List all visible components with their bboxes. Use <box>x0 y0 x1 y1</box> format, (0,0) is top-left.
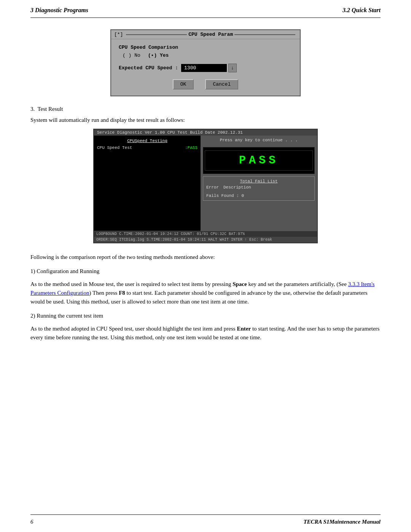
dialog-buttons: OK Cancel <box>119 79 292 89</box>
radio-row: ( ) No (•) Yes <box>123 53 292 58</box>
cpu-dialog-title: CPU Speed Param <box>188 32 233 37</box>
para-1: As to the method used in Mouse test, the… <box>30 280 381 307</box>
para2-prefix: As to the method adopted in CPU Speed te… <box>30 326 237 332</box>
fail-list-title: Total Fail List <box>206 179 311 184</box>
terminal-right-panel: Press any key to continue . . . PASS Tot… <box>201 136 317 231</box>
list-item-1: 1) Configuration and Running <box>30 267 381 276</box>
cpu-dialog-container: [*] CPU Speed Param CPU Speed Comparison… <box>30 29 381 96</box>
radio-no[interactable]: ( ) No <box>123 53 140 58</box>
fail-list-header: Error Description <box>206 185 311 190</box>
para1-bold-space: Space <box>233 281 247 287</box>
terminal: Service Diagnostic Ver 1.00 CPU Test Bui… <box>93 129 318 243</box>
footer-page-number: 6 <box>30 519 33 525</box>
title-bracket: [*] <box>114 32 123 37</box>
item-number: 3. <box>30 106 35 112</box>
press-any-key: Press any key to continue . . . <box>203 138 315 142</box>
para1-middle: key and set the parameters artificially,… <box>247 281 348 287</box>
cpu-dialog: [*] CPU Speed Param CPU Speed Comparison… <box>110 29 301 96</box>
fail-error-label: Error <box>206 185 219 190</box>
page-header: 3 Diagnostic Programs 3.2 Quick Start <box>30 0 381 18</box>
ok-button[interactable]: OK <box>173 79 194 89</box>
page-content: [*] CPU Speed Param CPU Speed Comparison… <box>30 29 381 370</box>
terminal-left-panel: CPUSpeed Testing CPU Speed Test :PASS <box>94 136 201 231</box>
item-label: Test Result <box>37 106 63 112</box>
page: 3 Diagnostic Programs 3.2 Quick Start [*… <box>0 0 411 532</box>
page-footer: 6 TECRA S1Maintenance Manual <box>30 514 381 532</box>
terminal-container: Service Diagnostic Ver 1.00 CPU Test Bui… <box>30 129 381 243</box>
cpu-speed-test-value: :PASS <box>185 145 198 150</box>
fails-found: Fails Found : 0 <box>206 193 311 198</box>
terminal-body: CPUSpeed Testing CPU Speed Test :PASS Pr… <box>94 136 317 231</box>
header-section: 3.2 Quick Start <box>342 7 381 14</box>
speed-label: Expected CPU Speed : <box>119 65 178 71</box>
list-item-2: 2) Running the current test item <box>30 312 381 320</box>
radio-yes[interactable]: (•) Yes <box>148 53 169 58</box>
fail-description-label: Description <box>223 185 251 190</box>
terminal-titlebar: Service Diagnostic Ver 1.00 CPU Test Bui… <box>94 129 317 136</box>
pass-text: PASS <box>205 150 313 171</box>
cancel-button[interactable]: Cancel <box>205 79 238 89</box>
terminal-footer2: ORDER:SEQ ITCDiag.log S.TIME:2002-01-04 … <box>94 237 317 243</box>
comparison-label: CPU Speed Comparison <box>119 45 292 50</box>
header-chapter: 3 Diagnostic Programs <box>30 7 88 14</box>
para1-suffix: ) Then press <box>89 290 119 296</box>
para2-bold-enter: Enter <box>237 326 251 332</box>
system-text: System will automatically run and displa… <box>30 117 381 123</box>
numbered-item-3: 3. Test Result <box>30 106 381 112</box>
following-para: Following is the comparison report of th… <box>30 253 381 262</box>
cpu-speed-test-label: CPU Speed Test <box>97 145 132 150</box>
fail-list-panel: Total Fail List Error Description Fails … <box>203 176 315 201</box>
cpu-dialog-titlebar: [*] CPU Speed Param <box>111 30 300 39</box>
speed-arrow[interactable]: ↓ <box>228 64 237 72</box>
cpu-dialog-body: CPU Speed Comparison ( ) No (•) Yes Expe… <box>111 39 300 96</box>
terminal-footer1: LOOPBOUND C.TIME:2002-01-04 19:24:12 COU… <box>94 231 317 237</box>
para1-prefix: As to the method used in Mouse test, the… <box>30 281 233 287</box>
pass-graphic: PASS <box>203 147 315 174</box>
speed-value[interactable]: 1300 <box>181 64 227 72</box>
para-2: As to the method adopted in CPU Speed te… <box>30 324 381 342</box>
cpuspeed-testing-title: CPUSpeed Testing <box>97 139 198 143</box>
footer-title: TECRA S1Maintenance Manual <box>303 519 381 525</box>
cpu-speed-test-row: CPU Speed Test :PASS <box>97 145 198 150</box>
speed-row: Expected CPU Speed : 1300 ↓ <box>119 64 292 72</box>
para1-bold-f8: F8 <box>119 290 125 296</box>
